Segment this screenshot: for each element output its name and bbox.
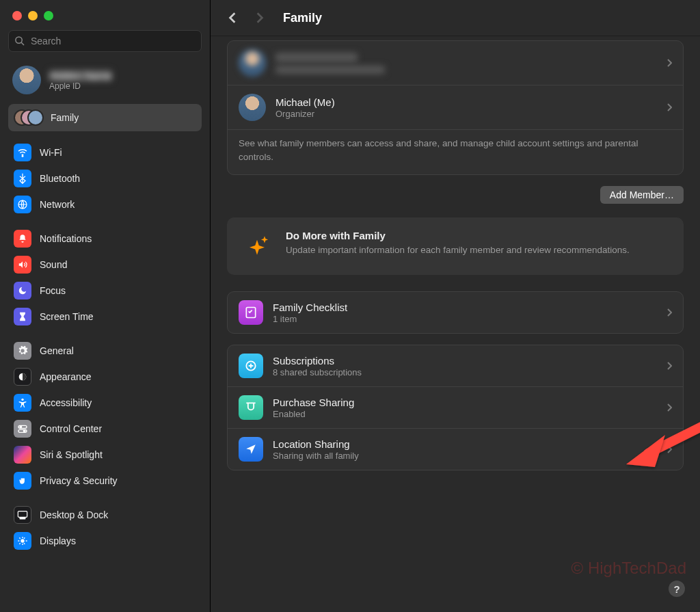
help-button[interactable]: ? <box>669 581 685 597</box>
sidebar-general[interactable]: General <box>8 338 202 364</box>
sidebar-network-label: Network <box>40 199 75 210</box>
profile-name: Hidden Name <box>49 70 112 81</box>
promo-title: Do More with Family <box>286 230 630 241</box>
sparkle-icon <box>241 230 273 263</box>
member-name-me: Michael (Me) <box>275 96 335 108</box>
search-input[interactable] <box>8 30 202 52</box>
sidebar-section-network: Wi-Fi Bluetooth Network <box>8 139 202 217</box>
checklist-card: Family Checklist1 item <box>227 291 684 334</box>
hand-icon <box>14 472 31 490</box>
sidebar-screentime[interactable]: Screen Time <box>8 304 202 330</box>
sidebar: Hidden Name Apple ID Family Wi-Fi Blueto… <box>0 0 211 612</box>
bluetooth-icon <box>14 170 31 187</box>
sidebar-bluetooth-label: Bluetooth <box>40 173 80 184</box>
sidebar-focus[interactable]: Focus <box>8 278 202 304</box>
maximize-button[interactable] <box>44 11 53 21</box>
sidebar-desktop[interactable]: Desktop & Dock <box>8 502 202 528</box>
location-title: Location Sharing <box>273 438 359 450</box>
chevron-right-icon <box>667 361 672 371</box>
sidebar-privacy-label: Privacy & Security <box>40 475 118 486</box>
checklist-icon <box>239 300 263 325</box>
chevron-right-icon <box>667 103 672 112</box>
member-text-me: Michael (Me) Organizer <box>275 96 335 119</box>
chevron-right-icon <box>667 444 672 454</box>
sidebar-siri[interactable]: Siri & Spotlight <box>8 442 202 468</box>
subscriptions-row[interactable]: Subscriptions8 shared subscriptions <box>228 345 683 386</box>
sidebar-family[interactable]: Family <box>8 104 202 131</box>
purchase-sub: Enabled <box>273 409 354 419</box>
sidebar-privacy[interactable]: Privacy & Security <box>8 468 202 494</box>
promo-sub: Update important information for each fa… <box>286 244 630 257</box>
hourglass-icon <box>14 308 31 325</box>
control-center-icon <box>14 420 31 438</box>
desktop-icon <box>14 506 31 524</box>
checklist-row[interactable]: Family Checklist1 item <box>228 292 683 333</box>
sidebar-desktop-label: Desktop & Dock <box>40 509 108 520</box>
sidebar-sound-label: Sound <box>40 259 67 270</box>
sidebar-bluetooth[interactable]: Bluetooth <box>8 165 202 191</box>
sidebar-section-system: General Appearance Accessibility Control… <box>8 338 202 494</box>
chevron-right-icon <box>667 58 672 68</box>
add-member-button[interactable]: Add Member… <box>600 186 684 204</box>
speaker-icon <box>14 256 31 274</box>
close-button[interactable] <box>12 11 22 21</box>
moon-icon <box>14 282 31 300</box>
svg-point-7 <box>20 426 22 428</box>
svg-point-0 <box>16 37 22 43</box>
bell-icon <box>14 230 31 248</box>
svg-point-9 <box>23 430 25 432</box>
chevron-right-icon <box>667 308 672 317</box>
back-button[interactable] <box>224 10 241 26</box>
svg-point-2 <box>22 156 23 157</box>
purchase-title: Purchase Sharing <box>273 397 354 408</box>
forward-button[interactable] <box>252 10 268 26</box>
members-card: Hidden Hidden Michael (Me) Organizer See… <box>227 40 684 175</box>
main-panel: Family Hidden Hidden Michael (Me) Organi… <box>211 0 700 612</box>
displays-icon <box>14 532 31 550</box>
search-field-wrap <box>8 30 202 52</box>
member-text: Hidden Hidden <box>275 53 385 74</box>
sidebar-focus-label: Focus <box>40 285 66 296</box>
sharing-card: Subscriptions8 shared subscriptions Purc… <box>227 345 684 470</box>
minimize-button[interactable] <box>28 11 38 21</box>
sidebar-displays[interactable]: Displays <box>8 528 202 554</box>
location-row[interactable]: Location SharingSharing with all family <box>228 428 683 470</box>
member-name: Hidden <box>275 53 358 62</box>
member-sub-me: Organizer <box>275 109 335 119</box>
user-avatar <box>12 66 41 94</box>
svg-rect-10 <box>18 511 27 518</box>
subscriptions-sub: 8 shared subscriptions <box>273 367 362 377</box>
sidebar-appearance[interactable]: Appearance <box>8 364 202 390</box>
promo-card[interactable]: Do More with Family Update important inf… <box>227 217 684 275</box>
subscriptions-icon <box>239 354 263 378</box>
page-title: Family <box>283 11 322 25</box>
appearance-icon <box>14 368 31 386</box>
gear-icon <box>14 342 31 360</box>
apple-id-row[interactable]: Hidden Name Apple ID <box>8 60 202 100</box>
chevron-right-icon <box>667 403 672 412</box>
purchase-icon <box>239 395 263 420</box>
svg-line-1 <box>21 42 24 45</box>
purchase-row[interactable]: Purchase SharingEnabled <box>228 386 683 428</box>
sidebar-notifications[interactable]: Notifications <box>8 226 202 252</box>
wifi-icon <box>14 144 31 161</box>
sidebar-wifi[interactable]: Wi-Fi <box>8 139 202 165</box>
sidebar-controlcenter[interactable]: Control Center <box>8 416 202 442</box>
member-row-me[interactable]: Michael (Me) Organizer <box>228 85 683 129</box>
sidebar-displays-label: Displays <box>40 535 76 546</box>
sidebar-sound[interactable]: Sound <box>8 252 202 278</box>
system-settings-window: Hidden Name Apple ID Family Wi-Fi Blueto… <box>0 0 700 612</box>
siri-icon <box>14 446 31 464</box>
network-icon <box>14 196 31 213</box>
member-avatar-me <box>239 94 266 121</box>
svg-rect-13 <box>246 308 255 318</box>
titlebar <box>8 0 202 30</box>
sidebar-accessibility[interactable]: Accessibility <box>8 390 202 416</box>
sidebar-appearance-label: Appearance <box>40 371 92 382</box>
sidebar-network[interactable]: Network <box>8 191 202 217</box>
toolbar: Family <box>211 0 700 36</box>
location-sub: Sharing with all family <box>273 451 359 461</box>
member-sub: Hidden <box>275 66 385 74</box>
member-row[interactable]: Hidden Hidden <box>228 41 683 85</box>
svg-point-12 <box>21 539 24 542</box>
